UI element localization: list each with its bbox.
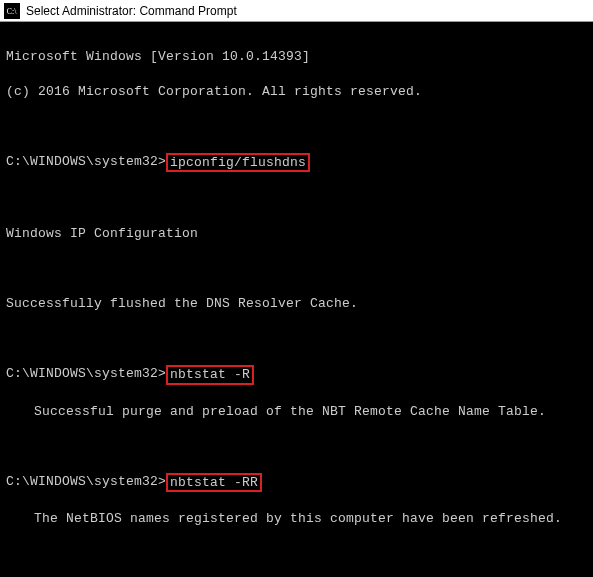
blank — [6, 330, 587, 348]
output-flushdns: Successfully flushed the DNS Resolver Ca… — [6, 295, 587, 313]
blank — [6, 545, 587, 563]
window-title: Select Administrator: Command Prompt — [26, 4, 237, 18]
command-line-3: C:\WINDOWS\system32>nbtstat -RR — [6, 473, 587, 493]
blank — [6, 190, 587, 208]
version-line: Microsoft Windows [Version 10.0.14393] — [6, 48, 587, 66]
output-nbtstat-rr: The NetBIOS names registered by this com… — [6, 510, 587, 528]
command-ipconfig: ipconfig/flushdns — [166, 153, 310, 173]
window-titlebar[interactable]: C:\ Select Administrator: Command Prompt — [0, 0, 593, 22]
cmd-icon: C:\ — [4, 3, 20, 19]
blank — [6, 438, 587, 456]
command-line-1: C:\WINDOWS\system32>ipconfig/flushdns — [6, 153, 587, 173]
command-nbtstat-rr: nbtstat -RR — [166, 473, 262, 493]
command-nbtstat-r: nbtstat -R — [166, 365, 254, 385]
prompt: C:\WINDOWS\system32> — [6, 153, 166, 171]
output-ipconfig-header: Windows IP Configuration — [6, 225, 587, 243]
output-nbtstat-r: Successful purge and preload of the NBT … — [6, 403, 587, 421]
prompt: C:\WINDOWS\system32> — [6, 365, 166, 383]
blank — [6, 118, 587, 136]
terminal-output[interactable]: Microsoft Windows [Version 10.0.14393] (… — [0, 22, 593, 577]
command-line-2: C:\WINDOWS\system32>nbtstat -R — [6, 365, 587, 385]
copyright-line: (c) 2016 Microsoft Corporation. All righ… — [6, 83, 587, 101]
prompt: C:\WINDOWS\system32> — [6, 473, 166, 491]
blank — [6, 260, 587, 278]
svg-text:C:\: C:\ — [7, 6, 17, 15]
